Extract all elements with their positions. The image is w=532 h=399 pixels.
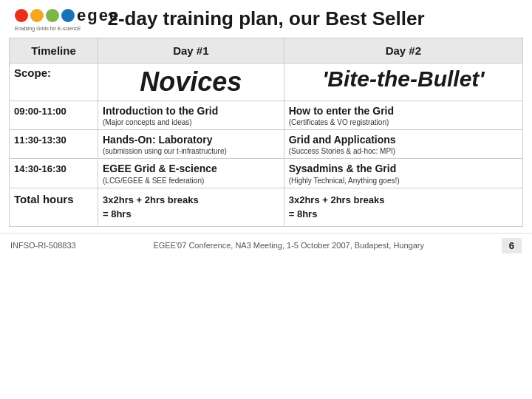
row1-day2-sub: (Success Stories & ad-hoc: MPI) [289,147,518,155]
row0-day2: How to enter the Grid (Certificates & VO… [284,101,522,130]
total-hours-row: Total hours 3x2hrs + 2hrs breaks = 8hrs … [10,188,523,226]
time-1130: 11:30-13:30 [10,130,98,159]
total-label: Total hours [10,188,98,226]
training-table: Timeline Day #1 Day #2 Scope: Novices 'B… [9,38,523,227]
total-day2-line2: = 8hrs [289,207,518,222]
col-day1: Day #1 [98,38,284,64]
row1-day2-main: Grid and Applications [289,133,518,146]
logo-circle-blue [61,9,75,22]
table-row: 14:30-16:30 EGEE Grid & E-science (LCG/E… [10,159,523,188]
scope-day1: Novices [98,64,284,101]
logo-circle-orange [30,9,44,22]
page-header: egee Enabling Grids for E-sciencE 2-day … [0,0,532,33]
total-day1-line2: = 8hrs [103,207,279,222]
logo-circle-green [46,9,59,22]
row0-day1-sub: (Major concepts and ideas) [103,118,279,126]
scope-row: Scope: Novices 'Bite-the-Bullet' [10,64,523,101]
col-day2: Day #2 [284,38,522,64]
footer-page: 6 [502,238,522,253]
row2-day1-main: EGEE Grid & E-science [103,162,279,175]
row0-day2-sub: (Certificates & VO registration) [289,118,518,126]
row2-day1-sub: (LCG/EGEE & SEE federation) [103,177,279,185]
col-timeline: Timeline [10,38,98,64]
row0-day2-main: How to enter the Grid [289,104,518,117]
table-row: 11:30-13:30 Hands-On: Laboratory (submis… [10,130,523,159]
time-0900: 09:00-11:00 [10,101,98,130]
logo-subtitle: Enabling Grids for E-sciencE [15,26,81,31]
total-day2-line1: 3x2hrs + 2hrs breaks [289,193,518,208]
time-1430: 14:30-16:30 [10,159,98,188]
total-day1: 3x2hrs + 2hrs breaks = 8hrs [98,188,284,226]
row1-day1-main: Hands-On: Laboratory [103,133,279,146]
row2-day2-sub: (Highly Technical, Anything goes!) [289,177,518,185]
logo-circles: egee [15,6,120,25]
row2-day2: Sysadmins & the Grid (Highly Technical, … [284,159,522,188]
row0-day1-main: Introduction to the Grid [103,104,279,117]
total-day1-line1: 3x2hrs + 2hrs breaks [103,193,279,208]
row2-day2-main: Sysadmins & the Grid [289,162,518,175]
scope-day2: 'Bite-the-Bullet' [284,64,522,101]
row2-day1: EGEE Grid & E-science (LCG/EGEE & SEE fe… [98,159,284,188]
row0-day1: Introduction to the Grid (Major concepts… [98,101,284,130]
logo-area: egee Enabling Grids for E-sciencE [15,6,120,31]
scope-label: Scope: [10,64,98,101]
logo-circle-red [15,9,28,22]
logo-text: egee [77,6,120,25]
page-title: 2-day training plan, our Best Seller [107,7,424,30]
row1-day1: Hands-On: Laboratory (submission using o… [98,130,284,159]
table-row: 09:00-11:00 Introduction to the Grid (Ma… [10,101,523,130]
table-header-row: Timeline Day #1 Day #2 [10,38,523,64]
page-footer: INFSO-RI-508833 EGEE'07 Conference, NA3 … [0,233,532,258]
main-table-container: Timeline Day #1 Day #2 Scope: Novices 'B… [0,33,532,230]
row1-day1-sub: (submission using our t-infrastructure) [103,147,279,155]
footer-left: INFSO-RI-508833 [10,241,76,250]
total-day2: 3x2hrs + 2hrs breaks = 8hrs [284,188,522,226]
row1-day2: Grid and Applications (Success Stories &… [284,130,522,159]
footer-center: EGEE'07 Conference, NA3 Meeting, 1-5 Oct… [76,241,502,250]
